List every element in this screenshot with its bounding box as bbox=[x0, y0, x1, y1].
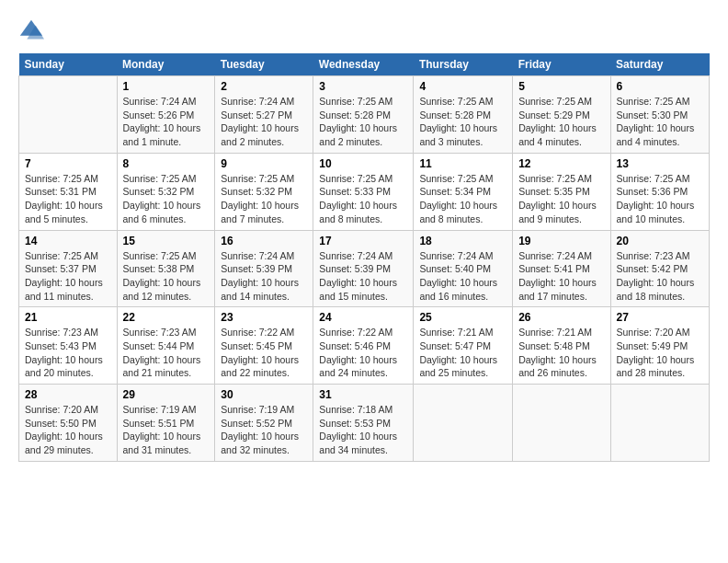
day-number: 20 bbox=[617, 235, 703, 247]
day-number: 12 bbox=[518, 157, 604, 170]
calendar-cell: 25Sunrise: 7:21 AMSunset: 5:47 PMDayligh… bbox=[414, 307, 513, 385]
day-info: Sunrise: 7:18 AMSunset: 5:53 PMDaylight:… bbox=[319, 403, 407, 457]
day-info: Sunrise: 7:20 AMSunset: 5:50 PMDaylight:… bbox=[25, 403, 111, 457]
calendar-cell: 18Sunrise: 7:24 AMSunset: 5:40 PMDayligh… bbox=[414, 230, 513, 307]
calendar-cell: 10Sunrise: 7:25 AMSunset: 5:33 PMDayligh… bbox=[313, 153, 414, 230]
day-number: 2 bbox=[221, 80, 307, 93]
day-number: 27 bbox=[617, 311, 703, 324]
day-info: Sunrise: 7:23 AMSunset: 5:43 PMDaylight:… bbox=[25, 326, 111, 380]
header-area bbox=[18, 15, 710, 44]
calendar-cell: 8Sunrise: 7:25 AMSunset: 5:32 PMDaylight… bbox=[117, 153, 215, 230]
day-info: Sunrise: 7:25 AMSunset: 5:30 PMDaylight:… bbox=[617, 95, 703, 149]
calendar-header-monday: Monday bbox=[117, 53, 215, 76]
calendar-cell: 14Sunrise: 7:25 AMSunset: 5:37 PMDayligh… bbox=[19, 230, 118, 307]
calendar-cell: 2Sunrise: 7:24 AMSunset: 5:27 PMDaylight… bbox=[215, 76, 313, 154]
day-info: Sunrise: 7:25 AMSunset: 5:36 PMDaylight:… bbox=[617, 172, 703, 226]
day-number: 8 bbox=[123, 157, 210, 170]
calendar-cell: 1Sunrise: 7:24 AMSunset: 5:26 PMDaylight… bbox=[117, 76, 215, 154]
calendar-cell: 6Sunrise: 7:25 AMSunset: 5:30 PMDaylight… bbox=[610, 76, 709, 154]
day-info: Sunrise: 7:25 AMSunset: 5:32 PMDaylight:… bbox=[221, 172, 307, 226]
calendar-cell bbox=[19, 76, 118, 154]
day-info: Sunrise: 7:25 AMSunset: 5:29 PMDaylight:… bbox=[518, 95, 604, 149]
logo-icon bbox=[18, 18, 44, 44]
day-info: Sunrise: 7:22 AMSunset: 5:45 PMDaylight:… bbox=[221, 326, 307, 380]
day-info: Sunrise: 7:24 AMSunset: 5:40 PMDaylight:… bbox=[419, 249, 506, 304]
day-number: 10 bbox=[319, 157, 407, 170]
calendar-cell: 15Sunrise: 7:25 AMSunset: 5:38 PMDayligh… bbox=[117, 230, 215, 307]
calendar-cell: 30Sunrise: 7:19 AMSunset: 5:52 PMDayligh… bbox=[215, 385, 313, 462]
day-number: 30 bbox=[221, 388, 307, 401]
calendar-header-tuesday: Tuesday bbox=[215, 53, 313, 76]
calendar-cell: 7Sunrise: 7:25 AMSunset: 5:31 PMDaylight… bbox=[19, 153, 118, 230]
calendar-cell: 19Sunrise: 7:24 AMSunset: 5:41 PMDayligh… bbox=[513, 230, 610, 307]
calendar-header-sunday: Sunday bbox=[19, 53, 118, 76]
day-info: Sunrise: 7:24 AMSunset: 5:26 PMDaylight:… bbox=[123, 95, 210, 149]
calendar-week-row: 21Sunrise: 7:23 AMSunset: 5:43 PMDayligh… bbox=[19, 307, 710, 385]
day-info: Sunrise: 7:25 AMSunset: 5:34 PMDaylight:… bbox=[419, 172, 506, 226]
calendar-cell: 26Sunrise: 7:21 AMSunset: 5:48 PMDayligh… bbox=[513, 307, 610, 385]
calendar-cell: 29Sunrise: 7:19 AMSunset: 5:51 PMDayligh… bbox=[117, 385, 215, 462]
calendar-cell: 31Sunrise: 7:18 AMSunset: 5:53 PMDayligh… bbox=[313, 385, 414, 462]
day-info: Sunrise: 7:21 AMSunset: 5:48 PMDaylight:… bbox=[518, 326, 604, 380]
calendar-cell: 12Sunrise: 7:25 AMSunset: 5:35 PMDayligh… bbox=[513, 153, 610, 230]
day-number: 11 bbox=[419, 157, 506, 170]
day-info: Sunrise: 7:19 AMSunset: 5:52 PMDaylight:… bbox=[221, 403, 307, 457]
logo bbox=[18, 18, 46, 44]
day-number: 7 bbox=[25, 157, 111, 170]
day-info: Sunrise: 7:25 AMSunset: 5:32 PMDaylight:… bbox=[123, 172, 210, 226]
calendar-header-wednesday: Wednesday bbox=[313, 53, 414, 76]
day-info: Sunrise: 7:24 AMSunset: 5:39 PMDaylight:… bbox=[221, 249, 307, 304]
day-number: 4 bbox=[419, 80, 506, 93]
calendar-cell bbox=[414, 385, 513, 462]
day-number: 9 bbox=[221, 157, 307, 170]
day-number: 19 bbox=[518, 235, 604, 247]
day-number: 15 bbox=[123, 235, 210, 247]
day-number: 25 bbox=[419, 311, 506, 324]
calendar-cell: 17Sunrise: 7:24 AMSunset: 5:39 PMDayligh… bbox=[313, 230, 414, 307]
calendar-header-row: SundayMondayTuesdayWednesdayThursdayFrid… bbox=[19, 53, 710, 76]
day-number: 6 bbox=[617, 80, 703, 93]
day-info: Sunrise: 7:24 AMSunset: 5:39 PMDaylight:… bbox=[319, 249, 407, 304]
calendar-cell: 24Sunrise: 7:22 AMSunset: 5:46 PMDayligh… bbox=[313, 307, 414, 385]
day-info: Sunrise: 7:23 AMSunset: 5:44 PMDaylight:… bbox=[123, 326, 210, 380]
day-number: 21 bbox=[25, 311, 111, 324]
calendar-week-row: 28Sunrise: 7:20 AMSunset: 5:50 PMDayligh… bbox=[19, 385, 710, 462]
calendar-cell: 5Sunrise: 7:25 AMSunset: 5:29 PMDaylight… bbox=[513, 76, 610, 154]
calendar-week-row: 7Sunrise: 7:25 AMSunset: 5:31 PMDaylight… bbox=[19, 153, 710, 230]
day-info: Sunrise: 7:25 AMSunset: 5:35 PMDaylight:… bbox=[518, 172, 604, 226]
day-number: 23 bbox=[221, 311, 307, 324]
day-number: 31 bbox=[319, 388, 407, 401]
day-info: Sunrise: 7:25 AMSunset: 5:33 PMDaylight:… bbox=[319, 172, 407, 226]
calendar-cell: 28Sunrise: 7:20 AMSunset: 5:50 PMDayligh… bbox=[19, 385, 118, 462]
day-info: Sunrise: 7:23 AMSunset: 5:42 PMDaylight:… bbox=[617, 249, 703, 304]
calendar-cell bbox=[610, 385, 709, 462]
day-number: 13 bbox=[617, 157, 703, 170]
calendar-table: SundayMondayTuesdayWednesdayThursdayFrid… bbox=[18, 53, 710, 462]
day-number: 29 bbox=[123, 388, 210, 401]
day-info: Sunrise: 7:20 AMSunset: 5:49 PMDaylight:… bbox=[617, 326, 703, 380]
day-number: 16 bbox=[221, 235, 307, 247]
day-number: 18 bbox=[419, 235, 506, 247]
day-info: Sunrise: 7:19 AMSunset: 5:51 PMDaylight:… bbox=[123, 403, 210, 457]
day-number: 5 bbox=[518, 80, 604, 93]
calendar-cell: 3Sunrise: 7:25 AMSunset: 5:28 PMDaylight… bbox=[313, 76, 414, 154]
day-info: Sunrise: 7:22 AMSunset: 5:46 PMDaylight:… bbox=[319, 326, 407, 380]
day-number: 24 bbox=[319, 311, 407, 324]
day-number: 3 bbox=[319, 80, 407, 93]
day-info: Sunrise: 7:21 AMSunset: 5:47 PMDaylight:… bbox=[419, 326, 506, 380]
calendar-week-row: 1Sunrise: 7:24 AMSunset: 5:26 PMDaylight… bbox=[19, 76, 710, 154]
day-info: Sunrise: 7:25 AMSunset: 5:28 PMDaylight:… bbox=[419, 95, 506, 149]
page-container: SundayMondayTuesdayWednesdayThursdayFrid… bbox=[0, 0, 728, 471]
day-info: Sunrise: 7:25 AMSunset: 5:28 PMDaylight:… bbox=[319, 95, 407, 149]
day-number: 1 bbox=[123, 80, 210, 93]
calendar-cell: 20Sunrise: 7:23 AMSunset: 5:42 PMDayligh… bbox=[610, 230, 709, 307]
day-number: 28 bbox=[25, 388, 111, 401]
day-number: 17 bbox=[319, 235, 407, 247]
calendar-cell: 9Sunrise: 7:25 AMSunset: 5:32 PMDaylight… bbox=[215, 153, 313, 230]
calendar-cell bbox=[513, 385, 610, 462]
calendar-week-row: 14Sunrise: 7:25 AMSunset: 5:37 PMDayligh… bbox=[19, 230, 710, 307]
calendar-cell: 22Sunrise: 7:23 AMSunset: 5:44 PMDayligh… bbox=[117, 307, 215, 385]
calendar-cell: 4Sunrise: 7:25 AMSunset: 5:28 PMDaylight… bbox=[414, 76, 513, 154]
day-number: 14 bbox=[25, 235, 111, 247]
day-number: 26 bbox=[518, 311, 604, 324]
